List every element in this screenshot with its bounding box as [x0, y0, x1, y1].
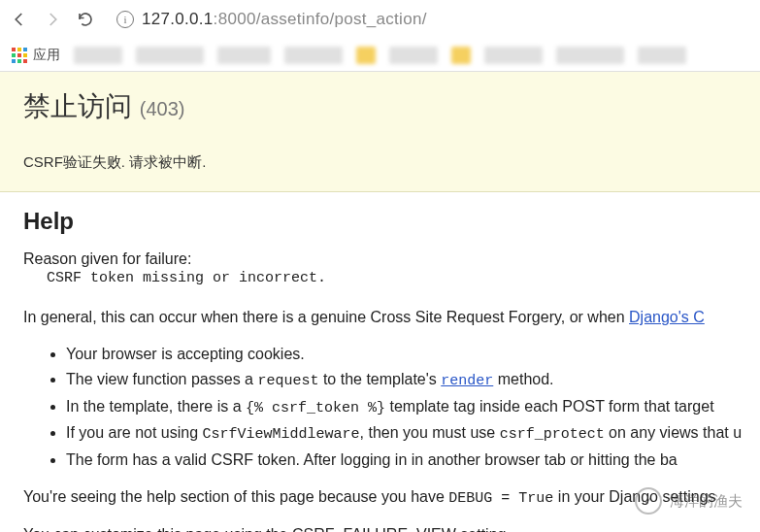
bookmarks-bar: 应用 — [0, 39, 760, 72]
reason-code: CSRF token missing or incorrect. — [47, 270, 737, 286]
apps-label: 应用 — [33, 47, 60, 64]
list-item: Your browser is accepting cookies. — [66, 343, 737, 366]
error-banner: 禁止访问 (403) CSRF验证失败. 请求被中断. — [0, 72, 760, 192]
forward-button[interactable] — [41, 8, 64, 31]
url-text: 127.0.0.1:8000/assetinfo/post_action/ — [142, 10, 427, 29]
site-info-icon[interactable]: i — [116, 11, 134, 28]
reload-button[interactable] — [74, 8, 97, 31]
browser-toolbar: i 127.0.0.1:8000/assetinfo/post_action/ — [0, 0, 760, 39]
reason-label: Reason given for failure: — [23, 250, 737, 268]
help-bullets: Your browser is accepting cookies. The v… — [66, 343, 737, 472]
back-button[interactable] — [8, 8, 31, 31]
bookmark-item[interactable] — [217, 47, 271, 64]
apps-button[interactable]: 应用 — [12, 47, 60, 64]
wechat-icon: ✓ — [635, 487, 662, 515]
help-heading: Help — [23, 208, 737, 235]
bookmark-item[interactable] — [74, 47, 122, 64]
intro-paragraph: In general, this can occur when there is… — [23, 306, 737, 329]
bookmark-item[interactable] — [389, 47, 438, 64]
render-link[interactable]: render — [441, 373, 493, 389]
customize-paragraph: You can customize this page using the CS… — [23, 523, 737, 532]
debug-paragraph: You're seeing the help section of this p… — [23, 485, 737, 511]
list-item: In the template, there is a {% csrf_toke… — [66, 395, 737, 420]
bookmark-item[interactable] — [484, 47, 543, 64]
apps-grid-icon — [12, 48, 27, 63]
bookmark-item[interactable] — [284, 47, 343, 64]
django-doc-link[interactable]: Django's C — [629, 309, 705, 325]
list-item: If you are not using CsrfViewMiddleware,… — [66, 421, 737, 447]
error-code: (403) — [140, 98, 185, 119]
bookmark-item[interactable] — [556, 47, 624, 64]
error-message: CSRF验证失败. 请求被中断. — [23, 153, 737, 172]
help-section: Help Reason given for failure: CSRF toke… — [0, 192, 760, 532]
bookmark-item[interactable] — [638, 47, 686, 64]
error-title: 禁止访问 (403) — [23, 89, 737, 124]
bookmark-item[interactable] — [451, 47, 471, 64]
bookmark-item[interactable] — [356, 47, 376, 64]
list-item: The form has a valid CSRF token. After l… — [66, 449, 737, 472]
address-bar[interactable]: i 127.0.0.1:8000/assetinfo/post_action/ — [107, 6, 752, 33]
watermark: ✓ 海洋的渔夫 — [635, 487, 743, 515]
watermark-text: 海洋的渔夫 — [670, 492, 743, 511]
list-item: The view function passes a request to th… — [66, 368, 737, 393]
bookmark-item[interactable] — [136, 47, 204, 64]
